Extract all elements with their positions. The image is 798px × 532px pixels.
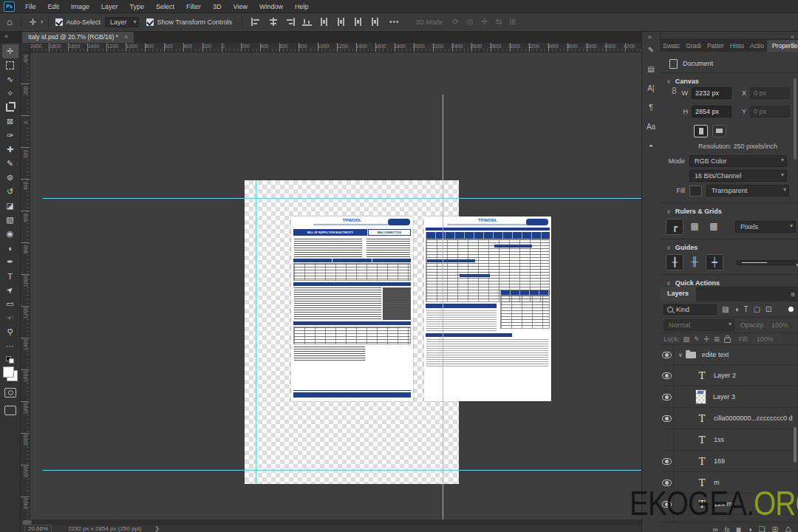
toolbar-collapse-icon[interactable]: » — [4, 33, 8, 40]
clone-stamp-tool[interactable]: ⊛ — [2, 171, 18, 185]
align-top-edges-icon[interactable] — [302, 18, 312, 26]
guides-header[interactable]: ∨ Guides — [660, 242, 798, 253]
visibility-toggle[interactable] — [660, 386, 674, 407]
menu-window[interactable]: Window — [253, 1, 289, 13]
horizontal-ruler[interactable]: 2000180016001400120010008006004002000200… — [30, 43, 641, 52]
status-chevron-icon[interactable]: ❯ — [154, 525, 160, 532]
zoom-level-field[interactable]: 20.66% — [24, 525, 52, 532]
lasso-tool[interactable]: ∿ — [2, 72, 18, 86]
layer-row-layer-2[interactable]: TLayer 2 — [660, 365, 798, 386]
tab-actio[interactable]: Actio — [747, 40, 767, 52]
rectangle-tool[interactable]: ▭ — [2, 297, 18, 311]
layers-scrollbar[interactable] — [794, 427, 797, 463]
menu-edit[interactable]: Edit — [42, 1, 66, 13]
kind-filter-select[interactable]: Kind — [664, 304, 717, 315]
vertical-ruler[interactable]: 4002000200400600800100012001400160018002… — [21, 52, 30, 519]
eraser-tool[interactable]: ◪ — [2, 199, 18, 213]
filter-shape-layers-icon[interactable]: ▢ — [754, 305, 760, 313]
screen-mode-button[interactable] — [4, 406, 16, 415]
menu-help[interactable]: Help — [289, 1, 315, 13]
edit-toolbar-icon[interactable]: ⋯ — [2, 339, 18, 353]
character-panel-icon[interactable]: A| — [642, 84, 660, 92]
ruler-origin-icon[interactable]: ┏ — [666, 219, 683, 235]
foreground-background-swatches[interactable] — [3, 366, 18, 381]
tab-patter[interactable]: Patter — [704, 40, 727, 52]
type-tool[interactable]: T — [2, 269, 18, 283]
layer-row-1ss[interactable]: T1ss — [660, 429, 798, 451]
lock-all-icon[interactable] — [724, 338, 731, 343]
brush-settings-panel-icon[interactable]: ✎ — [642, 46, 660, 54]
vertical-guide[interactable] — [443, 95, 443, 532]
width-field[interactable]: 2232 px — [692, 87, 732, 99]
document-tab[interactable]: Italy id.psd @ 20.7% (RGB/16) * × — [22, 31, 134, 43]
align-right-edges-icon[interactable] — [285, 18, 295, 26]
default-colors-icon[interactable] — [6, 356, 15, 364]
distribute-vertical-centers-icon[interactable] — [370, 18, 380, 26]
brush-tool[interactable]: ✎ — [2, 157, 18, 171]
menu-type[interactable]: Type — [124, 1, 151, 13]
bill-page-1[interactable]: TPWODL BILL OF SUPPLY FOR ELECTRICITY EB… — [291, 216, 413, 401]
horizontal-guide[interactable] — [43, 198, 658, 199]
distribute-horizontal-centers-icon[interactable] — [336, 18, 346, 26]
guide-layout-icon[interactable]: ╫ — [686, 254, 703, 269]
filter-type-layers-icon[interactable]: T — [744, 305, 748, 313]
layer-thumbnail[interactable] — [695, 389, 706, 404]
properties-scrollbar[interactable] — [794, 78, 797, 160]
tab-histo[interactable]: Histo — [727, 40, 747, 52]
gradient-tool[interactable]: ▧ — [2, 213, 18, 227]
pixel-grid-icon[interactable]: ▩ — [706, 219, 722, 233]
filter-toggle-switch[interactable] — [788, 307, 794, 312]
color-mode-select[interactable]: RGB Color — [689, 155, 787, 167]
menu-layer[interactable]: Layer — [95, 1, 124, 13]
lock-guides-icon[interactable]: ┿ — [706, 254, 723, 270]
expand-panels-icon[interactable]: « — [648, 33, 652, 41]
units-select[interactable]: Pixels — [735, 221, 796, 233]
menu-filter[interactable]: Filter — [180, 1, 207, 13]
new-guide-icon[interactable]: ╂ — [666, 254, 683, 270]
menu-view[interactable]: View — [228, 1, 253, 13]
ruler-origin-corner[interactable] — [21, 43, 30, 52]
timeline-panel-icon[interactable]: ◓ — [642, 142, 660, 150]
horizontal-scrollbar[interactable] — [21, 519, 641, 525]
lock-pixels-icon[interactable]: ✎ — [694, 335, 700, 343]
landscape-orientation-button[interactable] — [712, 125, 726, 137]
x-field[interactable]: 0 px — [750, 87, 790, 99]
portrait-orientation-button[interactable] — [694, 125, 708, 137]
crop-tool[interactable] — [2, 100, 18, 115]
path-selection-tool[interactable]: ➤ — [2, 283, 18, 297]
panel-menu-icon[interactable]: ≡ — [791, 41, 795, 49]
menu-select[interactable]: Select — [150, 1, 180, 13]
align-left-edges-icon[interactable] — [251, 18, 261, 26]
layer-row-layer-3[interactable]: Layer 3 — [660, 386, 798, 408]
blend-mode-select[interactable]: Normal — [664, 319, 734, 331]
pen-tool[interactable]: ✒ — [2, 255, 18, 269]
distribute-left-edges-icon[interactable] — [319, 18, 329, 26]
text-layer-thumbnail[interactable]: T — [696, 370, 708, 381]
layer-mask-icon[interactable]: ◙ — [737, 525, 741, 532]
fill-select[interactable]: Transparent — [706, 185, 789, 197]
move-tool[interactable]: ✛ — [2, 44, 18, 58]
layer-comps-panel-icon[interactable]: ▤ — [642, 65, 660, 73]
layer-row-169[interactable]: T169 — [660, 451, 798, 472]
text-layer-thumbnail[interactable]: T — [696, 434, 708, 446]
visibility-toggle[interactable] — [660, 345, 674, 364]
lock-position-icon[interactable]: ✛ — [704, 335, 710, 343]
grid-icon[interactable]: ▦ — [686, 219, 703, 233]
quick-selection-tool[interactable]: ✧ — [2, 86, 18, 100]
layer-effects-icon[interactable]: fx — [725, 526, 730, 532]
filter-pixel-layers-icon[interactable]: ▨ — [722, 305, 729, 313]
canvas-viewport[interactable]: TPWODL BILL OF SUPPLY FOR ELECTRICITY EB… — [21, 43, 641, 519]
layers-menu-icon[interactable]: ≡ — [791, 290, 795, 299]
paragraph-panel-icon[interactable]: ¶ — [642, 103, 660, 112]
close-icon[interactable]: × — [124, 33, 128, 41]
visibility-toggle[interactable] — [660, 429, 674, 450]
link-layers-icon[interactable]: ∞ — [712, 525, 717, 532]
healing-brush-tool[interactable]: ✚ — [2, 143, 18, 157]
new-group-icon[interactable]: ❏ — [759, 525, 765, 532]
adjustment-layer-icon[interactable]: ◑ — [748, 525, 752, 532]
delete-layer-icon[interactable]: ♺ — [785, 525, 791, 532]
text-layer-thumbnail[interactable]: T — [696, 413, 708, 424]
rulers-grids-header[interactable]: ∨ Rulers & Grids — [660, 206, 798, 216]
tab-swatc[interactable]: Swatc — [660, 40, 683, 52]
menu-3d[interactable]: 3D — [207, 1, 228, 13]
